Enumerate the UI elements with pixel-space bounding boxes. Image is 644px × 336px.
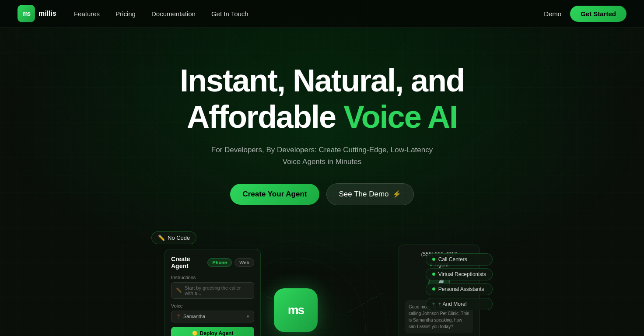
hero-title-green: Voice AI xyxy=(343,99,457,134)
virtual-receptionists-label: Virtual Receptionists xyxy=(438,271,486,277)
hero-title-plain: Affordable xyxy=(187,99,336,134)
center-logo-text: ms xyxy=(288,303,304,317)
voice-value: Samantha xyxy=(183,314,205,319)
deploy-icon: 🟡 xyxy=(192,331,197,336)
hero-subtitle: For Developers, By Developers: Create Cu… xyxy=(0,144,644,168)
use-cases: Call Centers Virtual Receptionists Perso… xyxy=(426,253,493,310)
use-case-and-more: + + And More! xyxy=(426,298,493,310)
location-icon: 📍 xyxy=(176,314,181,319)
card-title: Create Agent xyxy=(171,256,207,270)
hero-subtitle-line2: Voice Agents in Minutes xyxy=(283,158,362,166)
call-centers-label: Call Centers xyxy=(438,256,467,262)
and-more-label: + And More! xyxy=(438,301,467,307)
voice-label: Voice xyxy=(171,303,254,308)
card-tabs: Phone Web xyxy=(207,258,254,267)
call-centers-dot xyxy=(432,258,435,261)
hero-buttons: Create Your Agent See The Demo ⚡ xyxy=(0,183,644,205)
demo-button[interactable]: Demo xyxy=(544,10,561,18)
instructions-input[interactable]: ✏️ Start by greeting the caller with a..… xyxy=(171,282,254,299)
see-demo-label: See The Demo xyxy=(339,190,389,199)
tab-phone[interactable]: Phone xyxy=(207,258,232,267)
demo-icon: ⚡ xyxy=(392,190,401,198)
create-agent-card: Create Agent Phone Web Instructions ✏️ S… xyxy=(164,249,261,336)
hero-subtitle-line1: For Developers, By Developers: Create Cu… xyxy=(211,146,433,154)
personal-assistants-dot xyxy=(432,287,435,290)
nav-right: Demo Get Started xyxy=(544,6,626,22)
deploy-label: Deploy Agent xyxy=(200,330,234,336)
see-demo-button[interactable]: See The Demo ⚡ xyxy=(326,183,414,205)
hero-title-line1: Instant, Natural, and xyxy=(0,63,644,99)
deploy-agent-button[interactable]: 🟡 Deploy Agent xyxy=(171,327,254,336)
logo-name: millis xyxy=(38,10,56,18)
card-header: Create Agent Phone Web xyxy=(171,256,254,270)
no-code-icon: ✏️ xyxy=(158,234,165,241)
diagram-inner: ✏️ No Code Create Agent Phone Web Instru… xyxy=(151,231,493,336)
logo-text: ms xyxy=(22,10,30,17)
instructions-label: Instructions xyxy=(171,275,254,280)
nav-link-get-in-touch[interactable]: Get In Touch xyxy=(211,10,248,18)
use-case-virtual-receptionists: Virtual Receptionists xyxy=(426,268,493,280)
nav-link-pricing[interactable]: Pricing xyxy=(116,10,136,18)
get-started-button[interactable]: Get Started xyxy=(570,6,626,22)
no-code-label: No Code xyxy=(168,234,190,241)
chevron-down-icon: ▾ xyxy=(247,314,249,319)
instructions-text: Start by greeting the caller with a... xyxy=(185,285,249,296)
use-case-personal-assistants: Personal Assistants xyxy=(426,283,493,295)
diagram-area: ✏️ No Code Create Agent Phone Web Instru… xyxy=(0,231,644,336)
edit-icon: ✏️ xyxy=(176,287,182,293)
logo-icon: ms xyxy=(18,5,35,22)
svg-line-1 xyxy=(348,293,383,312)
nav-link-features[interactable]: Features xyxy=(74,10,100,18)
hero-section: Instant, Natural, and Affordable Voice A… xyxy=(0,28,644,205)
personal-assistants-label: Personal Assistants xyxy=(438,286,484,292)
center-logo: ms xyxy=(274,288,318,332)
hero-title: Instant, Natural, and Affordable Voice A… xyxy=(0,63,644,135)
no-code-badge: ✏️ No Code xyxy=(151,231,196,244)
hero-title-line2: Affordable Voice AI xyxy=(0,99,644,135)
tab-web[interactable]: Web xyxy=(234,258,254,267)
create-agent-button[interactable]: Create Your Agent xyxy=(230,184,319,205)
nav-links: Features Pricing Documentation Get In To… xyxy=(74,10,248,18)
voice-select[interactable]: 📍 Samantha ▾ xyxy=(171,311,254,322)
virtual-receptionists-dot xyxy=(432,273,435,276)
navbar: ms millis Features Pricing Documentation… xyxy=(0,0,644,28)
plus-icon: + xyxy=(432,301,435,307)
logo[interactable]: ms millis xyxy=(18,5,56,22)
nav-left: ms millis Features Pricing Documentation… xyxy=(18,5,248,22)
nav-link-documentation[interactable]: Documentation xyxy=(151,10,196,18)
use-case-call-centers: Call Centers xyxy=(426,253,493,266)
